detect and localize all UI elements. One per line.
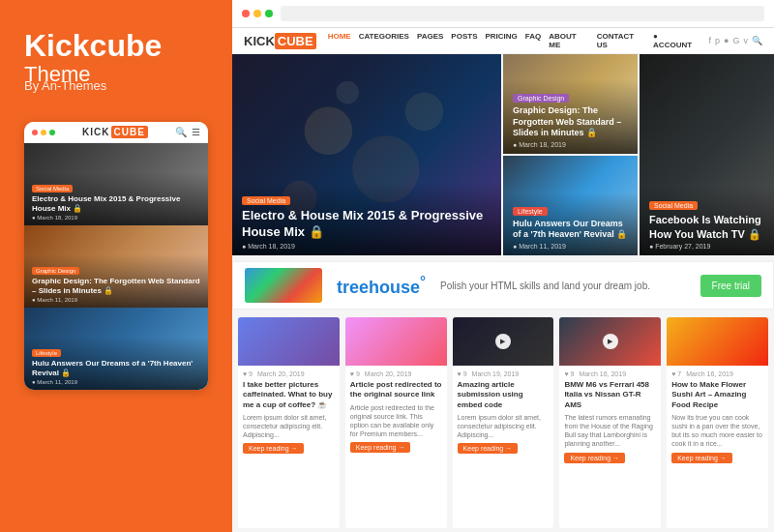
mobile-post-3-overlay: Lifestyle Hulu Answers Our Dreams of a '… [24, 337, 208, 390]
featured-tr2-date: ● March 11, 2019 [513, 243, 628, 250]
play-button-4[interactable]: ▶ [603, 334, 618, 349]
play-button-3[interactable]: ▶ [495, 334, 511, 349]
featured-tr2[interactable]: Lifestyle Hulu Answers Our Dreams of a '… [503, 156, 638, 255]
featured-tr1-date: ● March 18, 2019 [513, 141, 628, 148]
featured-tr1-title: Graphic Design: The Forgotten Web Standa… [513, 105, 628, 139]
article-excerpt-2: Article post redirected to the original … [350, 403, 442, 438]
svg-point-0 [305, 106, 353, 155]
mobile-post-3-badge: Lifestyle [32, 349, 61, 357]
article-card-4: ▶ ♥ 9 March 16, 2019 BMW M6 vs Ferrari 4… [559, 317, 661, 528]
mobile-post-3-title: Hulu Answers Our Dreams of a '7th Heaven… [32, 359, 200, 377]
article-body-5: ♥ 7 March 16, 2019 How to Make Flower Su… [667, 366, 768, 528]
article-title-3: Amazing article submission using embed c… [458, 380, 550, 410]
mobile-dot-red [32, 130, 38, 135]
article-thumb-3: ▶ [453, 317, 554, 366]
mobile-post-1-badge: Social Media [32, 185, 73, 192]
nav-item-pricing[interactable]: PRICING [485, 32, 517, 49]
article-card-1: ♥ 9 March 20, 2019 I take better picture… [238, 317, 340, 528]
right-panel: KICKCUBE HOME CATEGORIES PAGES POSTS PRI… [232, 0, 774, 532]
browser-url-bar[interactable] [281, 6, 764, 21]
featured-main[interactable]: Social Media Electro & House Mix 2015 & … [232, 54, 501, 255]
article-thumb-5 [667, 317, 768, 366]
mobile-post-2-overlay: Graphic Design Graphic Design: The Forgo… [24, 254, 208, 308]
featured-main-overlay: Social Media Electro & House Mix 2015 & … [232, 182, 501, 255]
ad-free-trial-button[interactable]: Free trial [700, 275, 761, 297]
mobile-post-1-title: Electro & House Mix 2015 & Progressive H… [32, 194, 200, 213]
pinterest-icon[interactable]: p [715, 36, 720, 45]
site-header: KICKCUBE HOME CATEGORIES PAGES POSTS PRI… [232, 28, 774, 54]
mobile-post-2[interactable]: Graphic Design Graphic Design: The Forgo… [24, 225, 208, 308]
brand-by: By An-Themes [24, 78, 208, 93]
site-logo[interactable]: KICKCUBE [244, 34, 316, 48]
article-meta-2: ♥ 9 March 20, 2019 [350, 370, 442, 377]
mobile-menu-icon[interactable]: ☰ [192, 127, 200, 137]
mobile-dots [32, 130, 55, 135]
featured-tr2-badge: Lifestyle [513, 207, 548, 216]
nav-item-posts[interactable]: POSTS [451, 32, 477, 49]
nav-item-categories[interactable]: CATEGORIES [359, 32, 409, 49]
article-meta-1: ♥ 9 March 20, 2019 [243, 370, 335, 377]
read-more-5[interactable]: Keep reading → [671, 453, 732, 463]
featured-grid: Social Media Electro & House Mix 2015 & … [232, 54, 774, 257]
main-content: Social Media Electro & House Mix 2015 & … [232, 54, 774, 532]
ad-logo-area: treehouse° [337, 273, 426, 298]
brand-title: Kickcube [24, 29, 208, 63]
article-meta-4: ♥ 9 March 16, 2019 [564, 370, 656, 377]
mobile-mockup: KICKCUBE 🔍 ☰ Social Media Electro & Hous… [24, 122, 208, 390]
read-more-4[interactable]: Keep reading → [564, 453, 625, 463]
facebook-icon[interactable]: f [709, 36, 712, 45]
mobile-post-1[interactable]: Social Media Electro & House Mix 2015 & … [24, 143, 208, 225]
brand-section: Kickcube Theme By An-Themes [24, 29, 208, 93]
browser-dots [242, 10, 273, 17]
read-more-2[interactable]: Keep reading → [350, 442, 411, 453]
browser-dot-red[interactable] [242, 10, 250, 17]
read-more-3[interactable]: Keep reading → [458, 443, 519, 454]
vimeo-icon[interactable]: v [744, 36, 749, 45]
nav-item-account[interactable]: ● ACCOUNT [653, 32, 697, 49]
article-title-1: I take better pictures caffeinated. What… [243, 380, 335, 410]
mobile-dot-green [49, 130, 55, 135]
article-title-5: How to Make Flower Sushi Art – Amazing F… [671, 380, 763, 410]
article-body-4: ♥ 9 March 16, 2019 BMW M6 vs Ferrari 458… [559, 366, 661, 528]
article-title-2: Article post redirected to the original … [350, 380, 442, 400]
mobile-post-3-date: ● March 11, 2019 [32, 379, 200, 385]
article-excerpt-1: Lorem ipsum dolor sit amet, consectetur … [243, 413, 335, 439]
article-body-3: ♥ 9 March 19, 2019 Amazing article submi… [453, 366, 554, 528]
article-excerpt-5: Now its true you can cook sushi in a pan… [671, 413, 763, 448]
ad-text: Polish your HTML skills and land your dr… [440, 280, 650, 292]
browser-dot-yellow[interactable] [253, 10, 261, 17]
mobile-post-1-date: ● March 18, 2019 [32, 215, 200, 221]
featured-right-overlay: Social Media Facebook Is Watching How Yo… [640, 187, 774, 255]
treehouse-logo: treehouse° [337, 273, 426, 298]
article-thumb-1 [238, 317, 340, 366]
article-meta-5: ♥ 7 March 16, 2019 [671, 370, 763, 377]
featured-tr1-overlay: Graphic Design Graphic Design: The Forgo… [503, 79, 638, 154]
article-card-3: ▶ ♥ 9 March 19, 2019 Amazing article sub… [453, 317, 554, 528]
mobile-dot-yellow [41, 130, 46, 135]
nav-item-pages[interactable]: PAGES [417, 32, 443, 49]
nav-item-home[interactable]: HOME [328, 32, 351, 49]
mobile-search-icon[interactable]: 🔍 [175, 127, 187, 137]
mobile-post-1-overlay: Social Media Electro & House Mix 2015 & … [24, 172, 208, 225]
mobile-post-3[interactable]: Lifestyle Hulu Answers Our Dreams of a '… [24, 308, 208, 390]
featured-tr1[interactable]: Graphic Design Graphic Design: The Forgo… [503, 54, 638, 154]
mobile-logo: KICKCUBE [82, 127, 148, 137]
featured-main-badge: Social Media [242, 196, 290, 205]
nav-item-contact[interactable]: CONTACT US [597, 32, 645, 49]
article-card-5: ♥ 7 March 16, 2019 How to Make Flower Su… [667, 317, 768, 528]
instagram-icon[interactable]: ● [724, 36, 729, 45]
nav-item-about[interactable]: ABOUT ME [549, 32, 588, 49]
nav-item-faq[interactable]: FAQ [525, 32, 541, 49]
read-more-1[interactable]: Keep reading → [243, 443, 304, 454]
svg-point-4 [336, 81, 359, 104]
article-card-2: ♥ 9 March 20, 2019 Article post redirect… [345, 317, 447, 528]
google-icon[interactable]: G [732, 36, 739, 45]
left-panel: Kickcube Theme By An-Themes KICKCUBE 🔍 ☰… [0, 0, 232, 532]
featured-right[interactable]: Social Media Facebook Is Watching How Yo… [640, 54, 774, 255]
featured-right-title: Facebook Is Watching How You Watch TV 🔒 [649, 213, 764, 241]
featured-tr2-title: Hulu Answers Our Dreams of a '7th Heaven… [513, 219, 628, 241]
search-icon[interactable]: 🔍 [752, 36, 762, 45]
browser-dot-green[interactable] [265, 10, 273, 17]
mobile-post-2-date: ● March 11, 2019 [32, 297, 200, 303]
ad-logo-img [245, 268, 322, 303]
